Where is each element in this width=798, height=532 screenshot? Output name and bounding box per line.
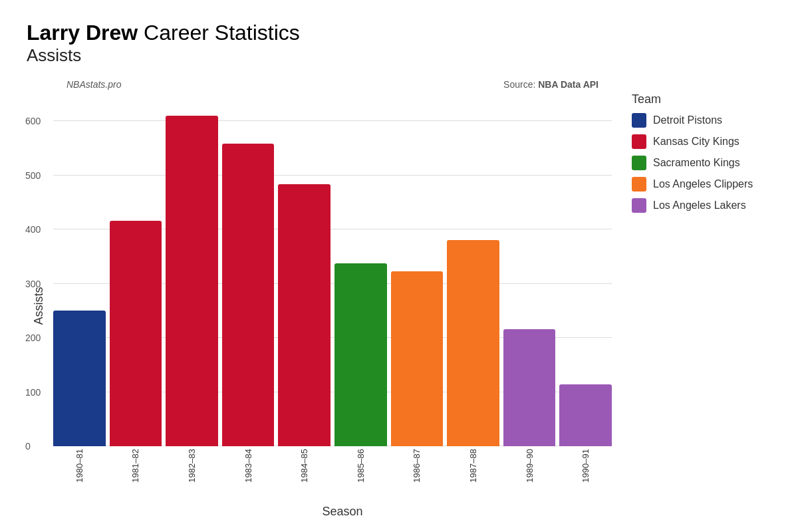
grid-and-bars: 0100200300400500600 bbox=[47, 94, 612, 446]
y-tick-label: 300 bbox=[25, 279, 41, 289]
bar bbox=[447, 240, 499, 446]
source-left: NBAstats.pro bbox=[66, 79, 121, 90]
source-right: Source: NBA Data API bbox=[503, 79, 598, 90]
legend-item: Los Angeles Clippers bbox=[632, 177, 771, 192]
legend-label: Los Angeles Clippers bbox=[653, 178, 753, 190]
bars-container bbox=[53, 94, 612, 446]
bar-group bbox=[278, 94, 331, 446]
y-tick-label: 200 bbox=[25, 332, 41, 343]
legend-title: Team bbox=[632, 92, 771, 106]
source-right-bold: NBA Data API bbox=[538, 79, 598, 90]
x-label-group: 1985–86 bbox=[334, 449, 387, 502]
bar bbox=[53, 311, 106, 446]
bar-group bbox=[334, 94, 387, 446]
title-block: Larry Drew Career Statistics Assists bbox=[27, 20, 771, 66]
bar bbox=[110, 221, 162, 446]
x-axis-labels: 1980–811981–821982–831983–841984–851985–… bbox=[47, 449, 612, 502]
x-label-group: 1981–82 bbox=[110, 449, 162, 502]
x-season-label: 1985–86 bbox=[356, 449, 366, 483]
bar bbox=[391, 271, 444, 446]
title-suffix: Career Statistics bbox=[138, 21, 300, 45]
bar bbox=[334, 263, 387, 446]
x-season-label: 1990–91 bbox=[581, 449, 591, 483]
legend-swatch bbox=[632, 113, 646, 128]
x-label-group: 1983–84 bbox=[222, 449, 275, 502]
x-label-group: 1986–87 bbox=[391, 449, 444, 502]
x-label-group: 1982–83 bbox=[166, 449, 218, 502]
bar-group bbox=[559, 94, 612, 446]
chart-main: NBAstats.pro Source: NBA Data API Assist… bbox=[27, 79, 612, 519]
source-right-prefix: Source: bbox=[503, 79, 538, 90]
x-label-group: 1987–88 bbox=[447, 449, 499, 502]
x-label-group: 1990–91 bbox=[559, 449, 612, 502]
x-season-label: 1980–81 bbox=[74, 449, 84, 483]
bar-group bbox=[391, 94, 444, 446]
plot-inner: 0100200300400500600 1980–811981–821982–8… bbox=[47, 94, 612, 519]
legend-swatch bbox=[632, 198, 646, 213]
legend-swatch bbox=[632, 134, 646, 149]
y-tick-label: 100 bbox=[25, 387, 41, 398]
y-axis-label: Assists bbox=[27, 94, 47, 519]
legend-item: Kansas City Kings bbox=[632, 134, 771, 149]
x-axis-title: Season bbox=[47, 505, 612, 519]
bar-group bbox=[503, 94, 556, 446]
source-line: NBAstats.pro Source: NBA Data API bbox=[27, 79, 612, 90]
bar bbox=[166, 116, 218, 446]
x-label-group: 1984–85 bbox=[278, 449, 331, 502]
bar-group bbox=[110, 94, 162, 446]
bar-group bbox=[222, 94, 275, 446]
x-season-label: 1982–83 bbox=[187, 449, 197, 483]
legend-item: Los Angeles Lakers bbox=[632, 198, 771, 213]
legend-item: Sacramento Kings bbox=[632, 156, 771, 170]
legend: Team Detroit PistonsKansas City KingsSac… bbox=[612, 79, 771, 519]
legend-item: Detroit Pistons bbox=[632, 113, 771, 128]
chart-area: NBAstats.pro Source: NBA Data API Assist… bbox=[27, 79, 771, 519]
y-tick-label: 0 bbox=[25, 441, 31, 452]
legend-swatch bbox=[632, 156, 646, 170]
legend-label: Los Angeles Lakers bbox=[653, 200, 746, 211]
bar-group bbox=[53, 94, 106, 446]
main-title: Larry Drew Career Statistics bbox=[27, 20, 771, 45]
player-name: Larry Drew bbox=[27, 21, 138, 45]
x-season-label: 1984–85 bbox=[299, 449, 309, 483]
legend-items: Detroit PistonsKansas City KingsSacramen… bbox=[632, 113, 771, 213]
x-season-label: 1987–88 bbox=[468, 449, 478, 483]
bar-group bbox=[166, 94, 218, 446]
x-season-label: 1983–84 bbox=[243, 449, 253, 483]
legend-swatch bbox=[632, 177, 646, 192]
x-season-label: 1989–90 bbox=[525, 449, 535, 483]
y-tick-label: 500 bbox=[25, 170, 41, 181]
x-label-group: 1980–81 bbox=[53, 449, 106, 502]
y-tick-label: 600 bbox=[25, 116, 41, 126]
subtitle: Assists bbox=[27, 45, 771, 66]
bar bbox=[278, 184, 331, 446]
legend-label: Sacramento Kings bbox=[653, 157, 740, 169]
plot-wrap: Assists 0100200300400500600 1980–811981–… bbox=[27, 94, 612, 519]
legend-label: Kansas City Kings bbox=[653, 136, 739, 148]
bar bbox=[503, 329, 556, 446]
x-season-label: 1981–82 bbox=[130, 449, 140, 483]
x-label-group: 1989–90 bbox=[503, 449, 556, 502]
bar bbox=[559, 384, 612, 446]
bar-group bbox=[447, 94, 499, 446]
legend-label: Detroit Pistons bbox=[653, 114, 722, 126]
x-season-label: 1986–87 bbox=[412, 449, 422, 483]
y-tick-label: 400 bbox=[25, 224, 41, 235]
bar bbox=[222, 144, 275, 446]
